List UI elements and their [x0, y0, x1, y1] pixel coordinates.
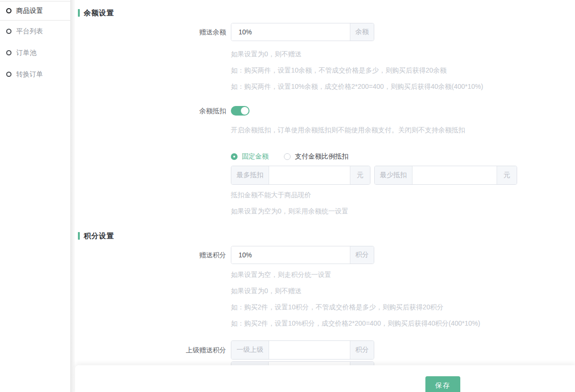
- sidebar-item-convert-order[interactable]: 转换订单: [0, 64, 70, 85]
- radio-ratio-deduct[interactable]: 支付金额比例抵扣: [284, 152, 348, 161]
- sidebar-item-product-settings[interactable]: 商品设置: [0, 1, 70, 21]
- sidebar-item-label: 订单池: [16, 49, 36, 57]
- balance-deduct-label: 余额抵扣: [75, 102, 226, 120]
- min-deduct-prefix: 最少抵扣: [375, 166, 412, 184]
- gift-points-input[interactable]: [231, 246, 350, 264]
- sidebar-item-label: 平台列表: [16, 27, 43, 36]
- radio-circle-icon: [6, 29, 11, 34]
- section-title: 余额设置: [84, 9, 114, 18]
- gift-points-hint-4: 如：购买2件，设置10%积分，成交价格2*200=400，则购买后获得40积分(…: [231, 320, 480, 327]
- parent-gift-points-input[interactable]: [269, 341, 350, 359]
- page: 商品设置 平台列表 订单池 转换订单 余额设置 赠送余额 余额 如果设置为0，则…: [0, 0, 575, 392]
- gift-balance-input-group: 余额: [231, 23, 374, 41]
- parent-gift-points-prefix: 一级上级: [231, 341, 269, 359]
- parent-gift-points-input-group: 一级上级 积分: [231, 340, 374, 360]
- toggle-knob: [241, 107, 249, 115]
- gift-points-hint-1: 如果设置为空，则走积分统一设置: [231, 271, 331, 278]
- section-accent-bar: [78, 9, 80, 17]
- sidebar-item-order-pool[interactable]: 订单池: [0, 42, 70, 64]
- footer-bar: 保存: [75, 365, 575, 392]
- gift-balance-hint-1: 如果设置为0，则不赠送: [231, 51, 302, 57]
- sidebar-item-label: 转换订单: [16, 70, 43, 79]
- gift-balance-input[interactable]: [231, 23, 350, 41]
- radio-unselected-icon: [284, 153, 291, 160]
- scrollbar-track[interactable]: [70, 0, 75, 392]
- max-deduct-input[interactable]: [269, 166, 350, 184]
- section-accent-bar: [78, 232, 80, 240]
- sidebar-item-label: 商品设置: [16, 7, 43, 15]
- gift-balance-unit: 余额: [350, 23, 374, 41]
- parent-gift-points-label: 上级赠送积分: [75, 340, 226, 360]
- radio-circle-icon: [6, 50, 11, 55]
- gift-balance-hint-3: 如：购买两件，设置10%余额，成交价格2*200=400，则购买后获得40余额(…: [231, 83, 483, 90]
- section-title: 积分设置: [84, 232, 114, 241]
- radio-ratio-deduct-label: 支付金额比例抵扣: [295, 152, 348, 161]
- gift-points-label: 赠送积分: [75, 246, 226, 264]
- radio-circle-icon: [6, 72, 11, 77]
- deduct-hint-1: 抵扣金额不能大于商品现价: [231, 191, 311, 198]
- gift-points-input-group: 积分: [231, 246, 374, 264]
- gift-points-hint-2: 如果设置为0，则不赠送: [231, 287, 302, 294]
- sidebar-item-platform-list[interactable]: 平台列表: [0, 21, 70, 42]
- gift-points-unit: 积分: [350, 246, 374, 264]
- main-content: 余额设置 赠送余额 余额 如果设置为0，则不赠送 如：购买两件，设置10余额，不…: [75, 0, 575, 392]
- parent-gift-points-unit: 积分: [350, 341, 374, 359]
- radio-circle-icon: [6, 8, 11, 13]
- balance-deduct-toggle[interactable]: [231, 106, 250, 116]
- gift-balance-hint-2: 如：购买两件，设置10余额，不管成交价格是多少，则购买后获得20余额: [231, 67, 446, 74]
- gift-points-hint-3: 如：购买2件，设置10积分，不管成交价格是多少，则购买后获得20积分: [231, 304, 444, 310]
- balance-deduct-hint: 开启余额抵扣，订单使用余额抵扣则不能使用余额支付。关闭则不支持余额抵扣: [231, 127, 465, 133]
- min-deduct-input[interactable]: [412, 166, 497, 184]
- deduct-hint-2: 如果设置为空为0，则采用余额统一设置: [231, 208, 348, 214]
- points-section-header: 积分设置: [78, 232, 114, 240]
- max-deduct-prefix: 最多抵扣: [231, 166, 269, 184]
- radio-selected-icon: [231, 153, 238, 160]
- gift-balance-label: 赠送余额: [75, 23, 226, 41]
- max-deduct-input-group: 最多抵扣 元: [231, 166, 370, 185]
- radio-fixed-amount[interactable]: 固定金额: [231, 152, 269, 161]
- radio-fixed-amount-label: 固定金额: [242, 152, 269, 161]
- max-deduct-unit: 元: [350, 166, 370, 184]
- min-deduct-unit: 元: [497, 166, 517, 184]
- min-deduct-input-group: 最少抵扣 元: [374, 166, 517, 185]
- balance-section-header: 余额设置: [78, 9, 114, 17]
- save-button[interactable]: 保存: [425, 376, 460, 392]
- sidebar: 商品设置 平台列表 订单池 转换订单: [0, 0, 70, 392]
- deduct-mode-radio-row: 固定金额 支付金额比例抵扣: [231, 153, 348, 160]
